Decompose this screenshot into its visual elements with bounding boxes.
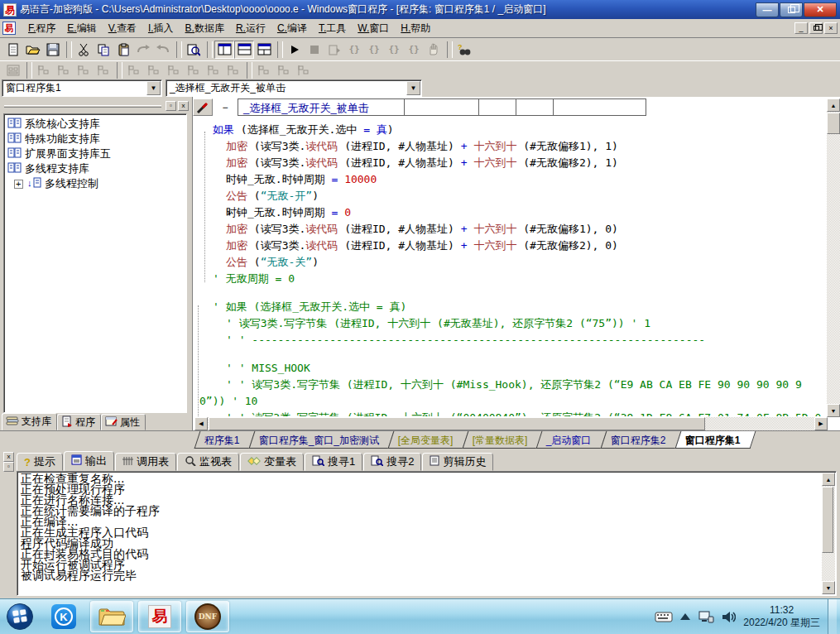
scroll-up-icon[interactable]: ▲: [827, 98, 840, 112]
unit-tab-窗口程序集1[interactable]: 窗口程序集1: [674, 431, 756, 449]
menu-item-1[interactable]: E.编辑: [61, 19, 102, 38]
scroll-thumb[interactable]: [827, 113, 840, 134]
open-file-button[interactable]: [23, 41, 43, 59]
param-cell[interactable]: [479, 98, 516, 116]
dnf-button[interactable]: DNF: [186, 601, 229, 632]
scroll-up-icon[interactable]: ▲: [822, 473, 835, 486]
tree-item-4[interactable]: ↓多线程控制: [6, 176, 185, 191]
output-tab-搜寻2[interactable]: 搜寻2: [363, 453, 421, 471]
output-tab-监视表[interactable]: 监视表: [177, 453, 239, 471]
elang-button[interactable]: 易: [138, 601, 181, 632]
menu-item-9[interactable]: H.帮助: [395, 19, 436, 38]
unit-tab-窗口程序集2[interactable]: 窗口程序集2: [601, 431, 682, 449]
code-line[interactable]: ' ' ------------------------------------…: [194, 332, 826, 348]
input-method-keyboard-icon[interactable]: [655, 610, 673, 623]
code-line[interactable]: 时钟_无敌.时钟周期 = 10000: [194, 171, 826, 188]
run-button[interactable]: [285, 41, 305, 59]
start-button[interactable]: [0, 599, 40, 634]
close-button[interactable]: ✕: [804, 2, 837, 17]
window-cascade-button[interactable]: [254, 41, 274, 59]
code-line[interactable]: 加密 (读写3类.读代码 (进程ID, #人物基址) + 十六到十 (#无敌偏移…: [194, 138, 826, 155]
volume-icon[interactable]: [722, 611, 736, 623]
chevron-down-icon[interactable]: ▼: [146, 81, 161, 95]
output-tab-变量表[interactable]: 变量表: [240, 453, 304, 471]
window-split-vertical-button[interactable]: [214, 41, 234, 59]
code-line[interactable]: ' 读写3类.写字节集 (进程ID, 十六到十 (#无敌基址), 还原字节集2 …: [194, 315, 826, 332]
mdi-close-button[interactable]: ×: [824, 22, 838, 34]
menu-item-3[interactable]: I.插入: [142, 19, 180, 38]
window-split-horizontal-button[interactable]: [234, 41, 254, 59]
event-combo[interactable]: _选择框_无敌开关_被单击 ▼: [166, 79, 422, 97]
new-file-button[interactable]: [3, 41, 23, 59]
scroll-thumb[interactable]: [209, 417, 705, 430]
panel-drag-handle[interactable]: [4, 105, 161, 108]
panel-tab-属性[interactable]: 属性: [101, 414, 146, 430]
code-line[interactable]: 如果 (选择框_无敌开关.选中 = 真): [194, 122, 826, 138]
tree-item-3[interactable]: 多线程支持库: [6, 161, 185, 176]
output-log[interactable]: 正在检查重复名称...正在预处理现行程序正在进行名称连接...正在统计需要编译的…: [17, 471, 837, 596]
param-cell[interactable]: [516, 98, 554, 116]
minimize-button[interactable]: —: [756, 2, 779, 17]
find-button[interactable]: [184, 41, 204, 59]
menu-item-8[interactable]: W.窗口: [352, 19, 395, 38]
scroll-left-icon[interactable]: ◀: [194, 417, 208, 430]
restore-button[interactable]: [780, 2, 803, 17]
panel-close-button[interactable]: x: [178, 101, 189, 111]
save-button[interactable]: [43, 41, 63, 59]
menu-item-6[interactable]: C.编译: [271, 19, 313, 38]
show-hidden-icons-chevron-icon[interactable]: [680, 613, 690, 620]
param-cell[interactable]: [405, 98, 479, 116]
copy-button[interactable]: [94, 41, 113, 59]
network-icon[interactable]: [698, 610, 714, 624]
scroll-down-icon[interactable]: ▼: [822, 581, 835, 594]
class-combo[interactable]: 窗口程序集1 ▼: [2, 79, 162, 97]
output-tab-输出[interactable]: 输出: [64, 451, 114, 471]
code-line[interactable]: ▸时钟_无敌.时钟周期 = 0: [194, 204, 826, 221]
explorer-button[interactable]: [90, 601, 133, 632]
output-vertical-scrollbar[interactable]: ▲ ▼: [822, 473, 835, 594]
menu-item-4[interactable]: B.数据库: [180, 19, 230, 38]
code-line[interactable]: 公告 (“无敌-关”): [194, 254, 826, 271]
code-line[interactable]: ' 无敌周期 = 0: [194, 271, 826, 287]
method-name-cell[interactable]: _选择框_无敌开关_被单击: [238, 98, 405, 116]
code-line[interactable]: 加密 (读写3类.读代码 (进程ID, #人物基址) + 十六到十 (#无敌偏移…: [194, 155, 826, 171]
output-tab-提示[interactable]: ?提示: [17, 453, 63, 471]
editor-vertical-scrollbar[interactable]: ▲ ▼: [827, 98, 840, 417]
code-line[interactable]: 加密 (读写3类.读代码 (进程ID, #人物基址) + 十六到十 (#无敌偏移…: [194, 221, 826, 238]
scroll-right-icon[interactable]: ▶: [814, 417, 828, 430]
code-editor[interactable]: − _选择框_无敌开关_被单击 如果 (选择框_无敌开关.选中 = 真)加密 (…: [192, 97, 840, 430]
show-desktop-button[interactable]: [828, 599, 837, 634]
scroll-thumb[interactable]: [822, 487, 833, 553]
tree-item-0[interactable]: 系统核心支持库: [6, 117, 185, 132]
unit-tab-[常量数据表][interactable]: [常量数据表]: [462, 431, 542, 449]
code-text-area[interactable]: 如果 (选择框_无敌开关.选中 = 真)加密 (读写3类.读代码 (进程ID, …: [194, 118, 826, 416]
code-line[interactable]: 加密 (读写3类.读代码 (进程ID, #人物基址) + 十六到十 (#无敌偏移…: [194, 238, 826, 254]
code-line[interactable]: ' ' MISS_HOOK: [194, 360, 826, 377]
output-tab-调用表[interactable]: 调用表: [115, 453, 176, 471]
mdi-restore-button[interactable]: [809, 22, 823, 34]
paste-button[interactable]: [113, 41, 133, 59]
panel-tab-程序[interactable]: 程序: [57, 414, 101, 430]
editor-horizontal-scrollbar[interactable]: ◀ ▶: [194, 417, 828, 430]
code-line[interactable]: ' ' 读写3类.写字节集 (进程ID, 十六到十 (#Miss_Hook), …: [194, 377, 826, 410]
menu-item-0[interactable]: F.程序: [22, 19, 61, 38]
cut-button[interactable]: [74, 41, 94, 59]
unit-tab-[全局变量表][interactable]: [全局变量表]: [388, 431, 468, 449]
code-line[interactable]: ' ' 读写3类.写字节集 (进程ID, 十六到十 (“00400840”), …: [194, 410, 826, 416]
menu-item-5[interactable]: R.运行: [230, 19, 271, 38]
output-tab-搜寻1[interactable]: 搜寻1: [305, 453, 362, 471]
chevron-down-icon[interactable]: ▼: [406, 81, 420, 95]
panel-float-button[interactable]: ▫: [166, 101, 176, 111]
unit-tab-程序集1[interactable]: 程序集1: [194, 431, 256, 449]
output-float-button[interactable]: ▫: [3, 462, 14, 472]
unit-tab-_启动窗口[interactable]: _启动窗口: [536, 431, 607, 449]
find-in-files-button[interactable]: ?: [454, 41, 474, 59]
collapse-toggle[interactable]: −: [213, 98, 238, 116]
taskbar-clock[interactable]: 11:32 2022/4/20 星期三: [743, 604, 820, 629]
code-line[interactable]: ' 如果 (选择框_无敌开关.选中 = 真): [194, 299, 826, 315]
mdi-minimize-button[interactable]: _: [794, 22, 808, 34]
param-cell[interactable]: [554, 98, 646, 116]
unit-tab-窗口程序集_窗口_加密测试[interactable]: 窗口程序集_窗口_加密测试: [248, 431, 394, 449]
expand-icon[interactable]: [14, 180, 23, 189]
output-close-button[interactable]: x: [3, 452, 14, 462]
